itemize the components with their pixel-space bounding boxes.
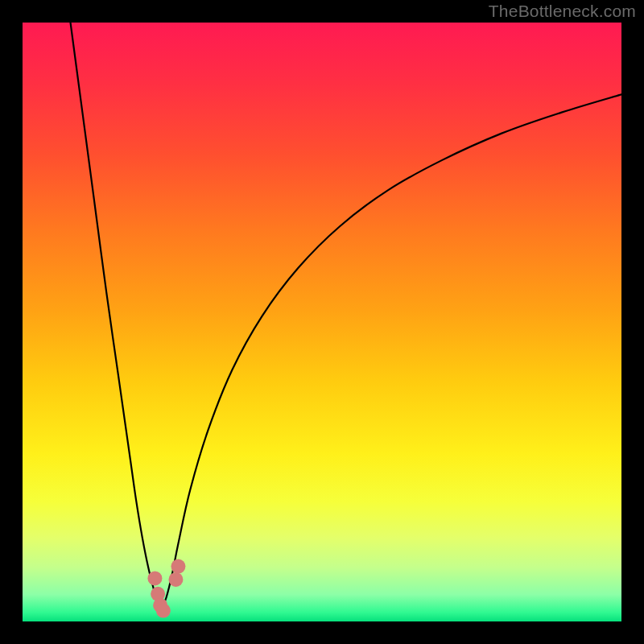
plot-area xyxy=(23,23,621,621)
curve-right xyxy=(160,94,621,613)
watermark-text: TheBottleneck.com xyxy=(489,2,636,21)
chart-frame: TheBottleneck.com xyxy=(0,0,644,644)
markers-group xyxy=(147,559,185,618)
data-marker xyxy=(156,604,171,618)
data-marker xyxy=(171,559,185,574)
data-marker xyxy=(168,572,183,587)
curve-left xyxy=(71,23,161,613)
data-marker xyxy=(147,571,162,585)
chart-svg xyxy=(23,23,621,621)
